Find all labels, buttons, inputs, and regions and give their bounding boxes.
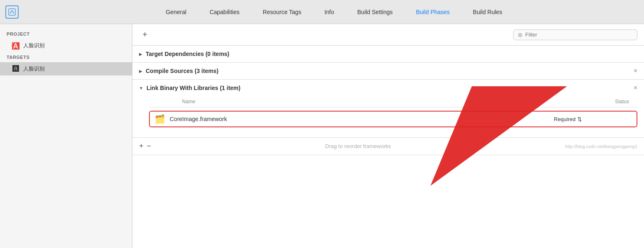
stepper-icon: ⇅ (577, 116, 582, 122)
bottom-toolbar: + − Drag to reorder frameworks http://bl… (132, 137, 644, 155)
status-select[interactable]: Required ⇅ (554, 116, 628, 122)
add-phase-button[interactable]: + (139, 29, 151, 41)
phase-compile-sources: ▶ Compile Sources (3 items) × (132, 63, 644, 80)
target-icon: 🅰 (12, 65, 20, 73)
project-item-label: 人脸识别 (23, 42, 45, 49)
phase-compile-sources-header[interactable]: ▶ Compile Sources (3 items) × (132, 63, 644, 79)
tab-general[interactable]: General (154, 0, 198, 24)
phase-link-binary-body: Name Status 🗂️ CoreImage.framework Requi… (132, 96, 644, 137)
project-section-title: PROJECT (0, 29, 132, 39)
target-item-label: 人脸识别 (23, 65, 45, 73)
triangle-icon: ▶ (139, 52, 142, 56)
sidebar-item-project[interactable]: 🅰️ 人脸识别 (0, 39, 132, 52)
filter-wrap: ⊜ (513, 29, 637, 40)
targets-section-title: TARGETS (0, 52, 132, 62)
framework-status[interactable]: Required ⇅ (554, 116, 637, 122)
col-name-header: Name (149, 99, 555, 105)
tab-build-rules[interactable]: Build Rules (461, 0, 514, 24)
content-panel: + ⊜ ▶ Target Dependencies (0 items) ▶ Co… (132, 24, 644, 248)
content-wrapper: + ⊜ ▶ Target Dependencies (0 items) ▶ Co… (132, 24, 644, 248)
xcode-icon (5, 5, 19, 19)
phase-compile-sources-close[interactable]: × (634, 67, 637, 75)
triangle-icon-2: ▶ (139, 69, 142, 73)
remove-framework-button[interactable]: − (147, 142, 151, 151)
tab-build-phases[interactable]: Build Phases (404, 0, 461, 24)
tab-capabilities[interactable]: Capabilities (198, 0, 251, 24)
drag-text: Drag to reorder frameworks (154, 143, 562, 149)
phase-compile-sources-title: Compile Sources (3 items) (146, 68, 219, 74)
col-status-header: Status (555, 99, 637, 105)
table-header: Name Status (149, 96, 637, 107)
phase-link-binary-title: Link Binary With Libraries (1 item) (147, 85, 240, 91)
framework-icon: 🗂️ (150, 114, 170, 124)
phase-target-dependencies: ▶ Target Dependencies (0 items) (132, 46, 644, 63)
tab-info[interactable]: Info (313, 0, 346, 24)
phase-target-dependencies-title: Target Dependencies (0 items) (146, 51, 229, 57)
phase-target-dependencies-header[interactable]: ▶ Target Dependencies (0 items) (132, 46, 644, 62)
phase-link-binary-header[interactable]: ▼ Link Binary With Libraries (1 item) × (132, 80, 644, 96)
sidebar: PROJECT 🅰️ 人脸识别 TARGETS 🅰 人脸识别 (0, 24, 132, 248)
triangle-icon-3: ▼ (139, 86, 143, 90)
tab-build-settings[interactable]: Build Settings (346, 0, 404, 24)
framework-name: CoreImage.framework (170, 116, 554, 122)
project-icon: 🅰️ (12, 41, 20, 50)
xcode-logo (0, 5, 24, 19)
tab-resource-tags[interactable]: Resource Tags (251, 0, 313, 24)
phase-link-binary: ▼ Link Binary With Libraries (1 item) × … (132, 80, 644, 155)
tab-bar: General Capabilities Resource Tags Info … (0, 0, 644, 24)
filter-input[interactable] (525, 32, 633, 38)
content-toolbar: + ⊜ (132, 24, 644, 46)
watermark-text: http://blog.csdn.net/kangpengpeng1 (565, 144, 637, 149)
status-value: Required (554, 116, 576, 122)
tab-list: General Capabilities Resource Tags Info … (24, 0, 644, 24)
filter-icon: ⊜ (518, 32, 523, 38)
phase-link-binary-close[interactable]: × (634, 84, 637, 92)
framework-row-0[interactable]: 🗂️ CoreImage.framework Required ⇅ (149, 111, 637, 127)
main-area: PROJECT 🅰️ 人脸识别 TARGETS 🅰 人脸识别 + ⊜ (0, 24, 644, 248)
svg-rect-0 (9, 9, 15, 15)
add-framework-button[interactable]: + (139, 142, 144, 151)
sidebar-item-target[interactable]: 🅰 人脸识别 (0, 62, 132, 75)
